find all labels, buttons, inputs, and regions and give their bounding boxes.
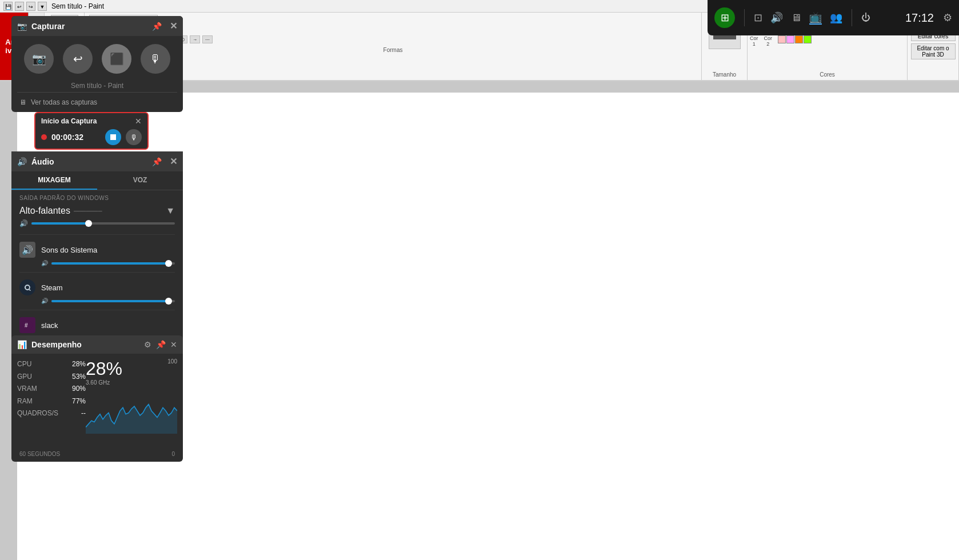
perf-footer-right: 0: [171, 451, 175, 457]
color-swatch-31[interactable]: [804, 35, 812, 43]
customize-icon[interactable]: ▼: [38, 2, 47, 11]
steam-slider-fill: [51, 300, 169, 302]
titlebar-icons[interactable]: 💾 ↩ ↪ ▼: [3, 2, 47, 11]
mic-toggle-button[interactable]: 🎙: [141, 44, 170, 74]
capturar-panel: 📷 Capturar 📌 ✕ 📷 ↩ ⬛ 🎙 Sem título - Pain…: [11, 16, 183, 112]
perf-sliders-icon[interactable]: ⚙: [144, 340, 151, 349]
system-slider[interactable]: [51, 262, 175, 265]
stop-record-button[interactable]: ⬛: [102, 44, 131, 74]
audio-master-thumb[interactable]: [85, 220, 92, 227]
audio-item-system: 🔊 Sons do Sistema: [11, 237, 183, 259]
recording-mic-button[interactable]: 🎙: [126, 129, 142, 145]
screenshot-button[interactable]: 📷: [24, 44, 54, 74]
perf-stat-quadros/s: QUADROS/S--: [17, 407, 86, 420]
audio-device-name: Alto-falantes: [19, 206, 70, 216]
audio-pin-icon[interactable]: 📌: [152, 157, 162, 166]
audio-vol-icon: 🔊: [19, 219, 28, 227]
audio-tabs: MIXAGEM VOZ: [11, 171, 183, 190]
audio-master-fill: [31, 222, 89, 225]
xbox-logo-icon[interactable]: ⊞: [714, 7, 735, 28]
audio-device-detail: ───────: [74, 208, 162, 214]
system-slider-row[interactable]: 🔊: [11, 259, 183, 270]
audio-section-label: SAÍDA PADRÃO DO WINDOWS: [11, 190, 183, 203]
perf-label-gpu: GPU: [17, 371, 32, 383]
perf-big-percent: 28%: [86, 358, 122, 379]
steam-icon: [19, 279, 35, 295]
system-sound-icon: 🔊: [19, 242, 35, 258]
xbox-friends-icon[interactable]: 👥: [830, 11, 842, 24]
recording-timer: 00:00:32: [51, 133, 101, 142]
system-slider-fill: [51, 262, 169, 265]
shape-arrow[interactable]: →: [190, 35, 200, 43]
color-swatch-30[interactable]: [795, 35, 803, 43]
steam-vol-icon: 🔊: [41, 298, 48, 304]
xbox-settings-icon[interactable]: ⚙: [943, 11, 952, 24]
perf-stat-cpu: CPU28%: [17, 358, 86, 371]
steam-slider-thumb[interactable]: [165, 298, 172, 305]
perf-value-ram: 77%: [72, 395, 86, 408]
xbox-power-icon[interactable]: ⏻: [861, 13, 870, 23]
recording-close-button[interactable]: ✕: [135, 117, 142, 126]
audio-device-arrow-icon[interactable]: ▼: [166, 206, 175, 216]
audio-master-slider-row[interactable]: 🔊: [11, 218, 183, 232]
tab-voz[interactable]: VOZ: [97, 171, 183, 190]
xbox-volume-icon[interactable]: 🔊: [770, 11, 783, 24]
xbox-screen-icon[interactable]: 🖥: [791, 12, 801, 24]
perf-stat-ram: RAM77%: [17, 395, 86, 408]
perf-label-vram: VRAM: [17, 383, 37, 395]
perf-label-ram: RAM: [17, 395, 33, 408]
edit-paint3d-button[interactable]: Editar com o Paint 3D: [911, 43, 956, 59]
recording-controls: 00:00:32 🎙: [41, 129, 142, 145]
stop-square-icon: [110, 134, 116, 140]
audio-item-slack: # slack: [11, 313, 183, 334]
perf-stats: CPU28%GPU53%VRAM90%RAM77%QUADROS/S--: [17, 358, 86, 444]
size-label: Tamanho: [713, 70, 736, 78]
xbox-capture-icon[interactable]: ⊡: [754, 11, 762, 24]
audio-header: 🔊 Áudio 📌 ✕: [11, 151, 183, 171]
save-icon[interactable]: 💾: [3, 2, 13, 11]
recording-stop-button[interactable]: [105, 129, 121, 145]
perf-controls: ⚙ 📌 ✕: [144, 340, 177, 349]
color-swatch-28[interactable]: [778, 35, 786, 43]
perf-stat-gpu: GPU53%: [17, 371, 86, 383]
perf-body: CPU28%GPU53%VRAM90%RAM77%QUADROS/S-- 28%…: [11, 354, 183, 449]
undo-capture-button[interactable]: ↩: [63, 44, 93, 74]
perf-max-value: 100: [167, 358, 177, 365]
perf-pin-icon[interactable]: 📌: [156, 340, 166, 349]
audio-close-button[interactable]: ✕: [170, 156, 177, 167]
xbox-divider-1: [744, 9, 745, 26]
tab-mixagem[interactable]: MIXAGEM: [11, 171, 97, 190]
xbox-tv-icon[interactable]: 📺: [809, 11, 822, 25]
system-sound-label: Sons do Sistema: [41, 246, 97, 254]
capturar-header-icon: 📷: [17, 22, 27, 31]
capturar-pin-icon[interactable]: 📌: [152, 22, 162, 31]
perf-footer: 60 SEGUNDOS 0: [11, 449, 183, 457]
perf-footer-left: 60 SEGUNDOS: [19, 451, 60, 457]
xbox-nav-icons: ⊡ 🔊 🖥 📺 👥: [754, 11, 842, 25]
audio-sep-1: [19, 234, 175, 235]
perf-close-button[interactable]: ✕: [170, 340, 177, 349]
steam-slider[interactable]: [51, 300, 175, 302]
perf-value-gpu: 53%: [72, 371, 86, 383]
cor1-label: Cor 1: [750, 35, 758, 47]
color-swatch-29[interactable]: [786, 35, 794, 43]
steam-slider-row[interactable]: 🔊: [11, 297, 183, 307]
perf-label-quadros/s: QUADROS/S: [17, 407, 58, 420]
slack-icon: #: [19, 317, 35, 333]
app-title: Sem título - Paint: [51, 2, 104, 10]
capturar-close-button[interactable]: ✕: [170, 21, 177, 31]
view-all-captures-label: Ver todas as capturas: [31, 98, 97, 106]
xbox-clock: 17:12: [905, 11, 934, 25]
capturar-header: 📷 Capturar 📌 ✕: [11, 16, 183, 36]
recording-box: Início da Captura ✕ 00:00:32 🎙: [34, 112, 149, 150]
audio-device-row[interactable]: Alto-falantes ─────── ▼: [11, 203, 183, 218]
shape-more[interactable]: ⋯: [202, 35, 213, 43]
recording-header: Início da Captura ✕: [41, 117, 142, 126]
system-vol-icon: 🔊: [41, 260, 48, 266]
perf-value-quadros/s: --: [81, 407, 86, 420]
view-all-captures[interactable]: 🖥 Ver todas as capturas: [11, 93, 183, 112]
audio-master-slider[interactable]: [31, 222, 175, 225]
undo-titlebar-icon[interactable]: ↩: [15, 2, 24, 11]
redo-titlebar-icon[interactable]: ↪: [26, 2, 35, 11]
system-slider-thumb[interactable]: [165, 260, 172, 267]
